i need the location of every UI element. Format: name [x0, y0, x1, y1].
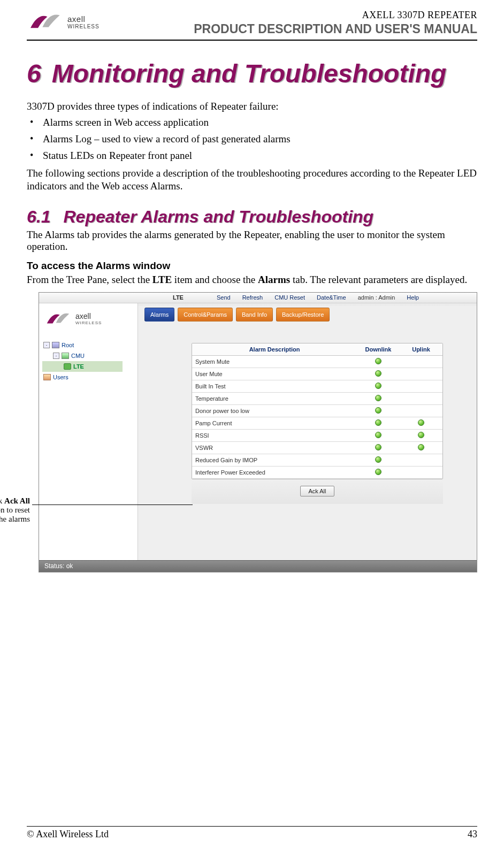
- section-p2: From the Tree Pane, select the LTE item …: [27, 274, 477, 286]
- alarm-name: VSWR: [192, 445, 357, 451]
- toolbar-send-link[interactable]: Send: [217, 294, 231, 301]
- intro-bullets: Alarms screen in Web access application …: [27, 116, 477, 162]
- status-ok-icon: [375, 444, 381, 450]
- tab-alarms[interactable]: Alarms: [144, 308, 174, 322]
- toolbar-refresh-link[interactable]: Refresh: [242, 294, 263, 301]
- ack-all-button[interactable]: Ack All: [300, 486, 334, 496]
- app-window: LTE Send Refresh CMU Reset Date&Time adm…: [39, 292, 477, 572]
- brand-mark-icon: [27, 10, 64, 34]
- section-p1: The Alarms tab provides the alarms gener…: [27, 229, 477, 253]
- app-toolbar: LTE Send Refresh CMU Reset Date&Time adm…: [39, 293, 477, 303]
- section-title-text: Repeater Alarms and Troubleshooting: [63, 207, 373, 227]
- section-number: 6.1: [27, 207, 50, 227]
- collapse-icon[interactable]: -: [43, 342, 50, 348]
- alarm-name: Temperature: [192, 395, 357, 402]
- lte-icon: [64, 363, 71, 370]
- page-header: axell WIRELESS AXELL 3307D REPEATER PROD…: [27, 10, 477, 36]
- root-icon: [52, 342, 59, 348]
- toolbar-cmu-reset-link[interactable]: CMU Reset: [274, 294, 305, 301]
- section-heading: 6.1 Repeater Alarms and Troubleshooting: [27, 207, 477, 227]
- tree-item-users[interactable]: Users: [42, 372, 138, 383]
- alarm-downlink-cell: [357, 383, 400, 390]
- alarm-downlink-cell: [357, 395, 400, 402]
- col-description: Alarm Description: [192, 343, 357, 355]
- chapter-number: 6: [27, 60, 41, 88]
- status-bar: Status: ok: [39, 560, 477, 572]
- status-ok-icon: [418, 444, 424, 450]
- alarm-name: Built In Test: [192, 383, 357, 389]
- alarm-row: VSWR: [192, 442, 442, 454]
- toolbar-user-label: admin : Admin: [358, 294, 395, 301]
- tree-item-lte[interactable]: LTE: [42, 361, 123, 372]
- alarm-row: RSSI: [192, 430, 442, 442]
- alarm-row: Interferer Power Exceeded: [192, 467, 442, 479]
- product-code: AXELL 3307D REPEATER: [194, 10, 477, 21]
- tree-pane: -Root -CMU LTE Users: [39, 335, 138, 383]
- alarm-name: Donor power too low: [192, 408, 357, 414]
- alarm-row: Built In Test: [192, 380, 442, 393]
- alarm-name: RSSI: [192, 432, 357, 439]
- status-ok-icon: [375, 358, 381, 364]
- alarm-row: System Mute: [192, 356, 442, 368]
- intro-block: 3307D provides three types of indication…: [27, 100, 477, 193]
- alarm-row: Pamp Current: [192, 417, 442, 430]
- chapter-title-text: Monitoring and Troubleshooting: [52, 60, 447, 88]
- intro-lead: 3307D provides three types of indication…: [27, 100, 477, 113]
- alarm-uplink-cell: [400, 444, 442, 452]
- status-ok-icon: [375, 432, 381, 438]
- tab-control[interactable]: Control&Params: [178, 308, 233, 322]
- tab-band[interactable]: Band Info: [236, 308, 273, 322]
- alarm-downlink-cell: [357, 469, 400, 476]
- alarm-name: User Mute: [192, 371, 357, 377]
- copyright: © Axell Wireless Ltd: [27, 829, 109, 840]
- callout-ack-all: Click Ack All button to reset the alarms: [0, 494, 32, 526]
- toolbar-context-label: LTE: [173, 294, 184, 301]
- alarm-downlink-cell: [357, 370, 400, 378]
- brand-name: axell: [67, 14, 100, 24]
- status-ok-icon: [418, 432, 424, 438]
- bullet-item: Alarms screen in Web access application: [27, 116, 477, 129]
- alarm-downlink-cell: [357, 407, 400, 415]
- alarm-downlink-cell: [357, 456, 400, 464]
- alarm-row: Reduced Gain by IMOP: [192, 454, 442, 467]
- ack-all-wrap: Ack All: [192, 479, 443, 504]
- alarm-row: Temperature: [192, 393, 442, 405]
- header-rule: [27, 40, 477, 41]
- sidebar-logo: axell WIRELESS: [39, 307, 138, 335]
- alarm-table-header: Alarm Description Downlink Uplink: [192, 343, 442, 356]
- alarm-row: User Mute: [192, 368, 442, 380]
- status-ok-icon: [375, 407, 381, 414]
- app-content: Alarms Control&Params Band Info Backup/R…: [138, 303, 477, 560]
- status-ok-icon: [375, 456, 381, 463]
- intro-after: The following sections provide a descrip…: [27, 167, 477, 193]
- brand-logo: axell WIRELESS: [27, 10, 100, 34]
- app-sidebar: axell WIRELESS -Root -CMU LTE Users: [39, 303, 138, 560]
- alarm-downlink-cell: [357, 432, 400, 439]
- tab-backup[interactable]: Backup/Restore: [276, 308, 330, 322]
- toolbar-datetime-link[interactable]: Date&Time: [317, 294, 346, 301]
- alarm-row: Donor power too low: [192, 405, 442, 417]
- collapse-icon[interactable]: -: [53, 353, 59, 359]
- page-number: 43: [468, 829, 477, 840]
- bullet-item: Status LEDs on Repeater front panel: [27, 149, 477, 163]
- alarm-name: Reduced Gain by IMOP: [192, 457, 357, 463]
- col-downlink: Downlink: [357, 343, 400, 355]
- alarm-table: Alarm Description Downlink Uplink System…: [192, 343, 443, 479]
- status-ok-icon: [375, 469, 381, 475]
- toolbar-help-link[interactable]: Help: [407, 294, 419, 301]
- bullet-item: Alarms Log – used to view a record of pa…: [27, 133, 477, 146]
- alarm-name: Interferer Power Exceeded: [192, 469, 357, 476]
- chapter-heading: 6 Monitoring and Troubleshooting: [27, 60, 477, 88]
- callout-leader-line: [32, 505, 193, 505]
- tree-item-root[interactable]: -Root: [42, 340, 138, 350]
- alarm-uplink-cell: [400, 432, 442, 439]
- cmu-icon: [62, 353, 69, 359]
- tabs-row: Alarms Control&Params Band Info Backup/R…: [138, 303, 477, 327]
- tree-item-cmu[interactable]: -CMU: [42, 350, 138, 361]
- status-ok-icon: [375, 370, 381, 377]
- alarm-name: System Mute: [192, 358, 357, 365]
- brand-sub: WIRELESS: [67, 24, 100, 29]
- section-subhead: To access the Alarms window: [27, 260, 477, 272]
- users-icon: [43, 374, 51, 380]
- status-ok-icon: [375, 419, 381, 426]
